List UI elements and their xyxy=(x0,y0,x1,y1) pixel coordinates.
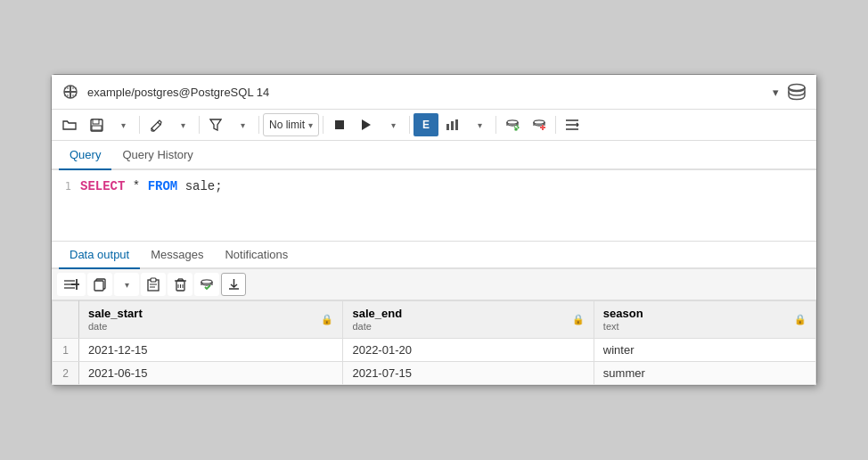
cell-sale-end[interactable]: 2022-01-20 xyxy=(343,339,594,362)
col-type-sale-start: date xyxy=(88,321,107,332)
open-file-button[interactable] xyxy=(57,113,82,136)
limit-label: No limit xyxy=(269,119,305,131)
svg-marker-13 xyxy=(210,119,221,130)
save-data-button[interactable] xyxy=(194,273,219,296)
filter-dropdown-button[interactable]: ▾ xyxy=(230,113,255,136)
main-window: example/postgres@PostgreSQL 14 ▾ ▾ xyxy=(51,74,817,386)
editor-line-1: 1 SELECT * FROM sale; xyxy=(52,179,816,193)
query-code: SELECT * FROM sale; xyxy=(80,179,223,193)
paste-button[interactable] xyxy=(141,273,166,296)
col-header-sale-end: sale_end date 🔒 xyxy=(343,301,594,339)
table-row: 1 2021-12-15 2022-01-20 winter xyxy=(53,339,816,362)
svg-point-23 xyxy=(534,120,545,124)
tab-data-output[interactable]: Data output xyxy=(59,242,140,269)
cell-sale-start[interactable]: 2021-06-15 xyxy=(79,362,343,385)
explain-button[interactable]: E xyxy=(414,113,438,136)
chevron-down-icon: ▾ xyxy=(773,86,779,99)
menu-button[interactable] xyxy=(560,113,585,136)
cell-sale-end[interactable]: 2021-07-15 xyxy=(343,362,594,385)
svg-marker-15 xyxy=(362,119,371,130)
separator-7 xyxy=(555,116,556,134)
tab-query-history[interactable]: Query History xyxy=(111,141,203,170)
svg-point-5 xyxy=(789,85,805,91)
table-row: 2 2021-06-15 2021-07-15 summer xyxy=(53,362,816,385)
connection-dropdown[interactable]: ▾ xyxy=(773,86,779,99)
col-name-season: season xyxy=(603,307,643,320)
edit-dropdown-button[interactable]: ▾ xyxy=(170,113,195,136)
result-tabs: Data output Messages Notifications xyxy=(52,242,816,269)
stop-button[interactable] xyxy=(327,113,352,136)
svg-rect-41 xyxy=(151,278,156,282)
chart-dropdown-button[interactable]: ▾ xyxy=(467,113,492,136)
query-editor[interactable]: 1 SELECT * FROM sale; xyxy=(52,170,816,242)
lock-icon-sale-start: 🔒 xyxy=(321,314,333,325)
col-header-season: season text 🔒 xyxy=(594,301,815,339)
copy-rows-button[interactable] xyxy=(87,273,112,296)
svg-point-19 xyxy=(507,120,518,124)
tab-messages[interactable]: Messages xyxy=(140,242,214,269)
chart-button[interactable] xyxy=(440,113,465,136)
separator-4 xyxy=(323,116,323,134)
db-icon xyxy=(784,79,809,104)
data-table: sale_start date 🔒 sale_end date xyxy=(52,300,816,385)
connection-label: example/postgres@PostgreSQL 14 xyxy=(87,86,767,99)
cell-sale-start[interactable]: 2021-12-15 xyxy=(79,339,343,362)
run-button[interactable] xyxy=(354,113,379,136)
delete-row-button[interactable] xyxy=(168,273,192,296)
separator-1 xyxy=(139,116,140,134)
svg-point-52 xyxy=(201,280,212,283)
cell-season[interactable]: winter xyxy=(594,339,815,362)
svg-rect-14 xyxy=(335,120,344,129)
connection-bar: example/postgres@PostgreSQL 14 ▾ xyxy=(52,75,816,110)
keyword-from: FROM xyxy=(148,179,178,193)
toolbar: ▾ ▾ ▾ No limit ▾ ▾ E xyxy=(52,110,816,141)
col-name-sale-end: sale_end xyxy=(352,307,402,320)
save-dropdown-button[interactable]: ▾ xyxy=(111,113,135,136)
line-number-1: 1 xyxy=(52,180,80,193)
query-tabs: Query Query History xyxy=(52,141,816,170)
result-toolbar: ▾ xyxy=(52,269,816,300)
add-row-button[interactable] xyxy=(57,273,86,296)
svg-rect-10 xyxy=(92,126,102,130)
limit-dropdown[interactable]: No limit ▾ xyxy=(263,113,319,136)
tab-query[interactable]: Query xyxy=(59,141,111,170)
filter-button[interactable] xyxy=(203,113,228,136)
separator-5 xyxy=(409,116,410,134)
limit-chevron-icon: ▾ xyxy=(308,120,313,130)
keyword-select: SELECT xyxy=(80,179,125,193)
row-num-header xyxy=(53,301,79,339)
save-button[interactable] xyxy=(84,113,109,136)
col-type-season: text xyxy=(603,321,619,332)
data-table-wrap: sale_start date 🔒 sale_end date xyxy=(52,300,816,385)
db-action2-button[interactable] xyxy=(527,113,552,136)
db-action1-button[interactable] xyxy=(500,113,525,136)
lock-icon-season: 🔒 xyxy=(794,314,807,325)
svg-rect-18 xyxy=(455,119,458,130)
col-name-sale-start: sale_start xyxy=(88,307,143,320)
copy-rows-dropdown-button[interactable]: ▾ xyxy=(114,273,139,296)
edit-button[interactable] xyxy=(143,113,168,136)
run-dropdown-button[interactable]: ▾ xyxy=(381,113,405,136)
tab-notifications[interactable]: Notifications xyxy=(214,242,299,269)
svg-rect-9 xyxy=(93,119,99,124)
connection-icon xyxy=(59,80,82,103)
download-button[interactable] xyxy=(221,273,246,296)
col-type-sale-end: date xyxy=(352,321,371,332)
svg-rect-17 xyxy=(451,121,454,130)
lock-icon-sale-end: 🔒 xyxy=(572,314,585,325)
svg-rect-39 xyxy=(94,281,103,291)
separator-6 xyxy=(495,116,496,134)
col-header-sale-start: sale_start date 🔒 xyxy=(79,301,343,339)
svg-point-22 xyxy=(514,127,518,131)
svg-rect-16 xyxy=(446,124,449,130)
row-number: 1 xyxy=(53,339,79,362)
separator-3 xyxy=(258,116,259,134)
cell-season[interactable]: summer xyxy=(594,362,815,385)
row-number: 2 xyxy=(53,362,79,385)
separator-2 xyxy=(199,116,200,134)
